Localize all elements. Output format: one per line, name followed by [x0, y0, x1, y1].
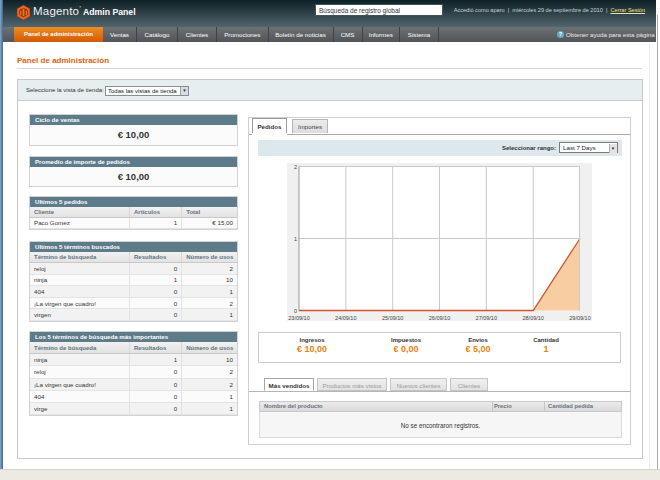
svg-text:29/09/10: 29/09/10: [569, 315, 590, 321]
svg-text:24/09/10: 24/09/10: [335, 315, 356, 321]
svg-text:1: 1: [294, 236, 297, 242]
svg-text:0: 0: [294, 308, 297, 314]
svg-text:23/09/10: 23/09/10: [288, 315, 309, 321]
svg-text:26/09/10: 26/09/10: [429, 315, 450, 321]
svg-text:2: 2: [294, 164, 297, 170]
svg-text:25/09/10: 25/09/10: [382, 315, 403, 321]
svg-text:27/09/10: 27/09/10: [476, 315, 497, 321]
svg-text:28/09/10: 28/09/10: [522, 315, 543, 321]
